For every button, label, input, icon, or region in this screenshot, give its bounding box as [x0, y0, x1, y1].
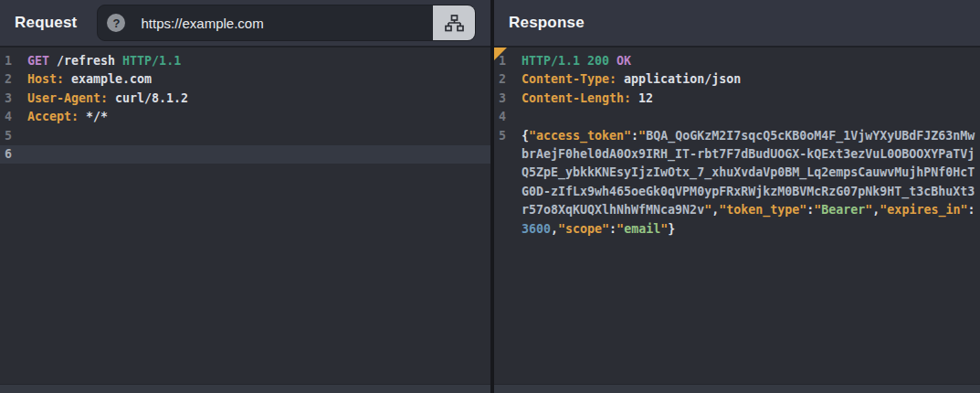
code-line-content: User-Agent: curl/8.1.2	[27, 90, 490, 108]
code-line-content: Host: example.com	[27, 70, 490, 89]
response-header: Response	[494, 0, 980, 48]
line-number: 6	[0, 145, 27, 164]
code-line: 5	[0, 127, 490, 145]
code-line: 3User-Agent: curl/8.1.2	[0, 90, 490, 108]
url-input[interactable]: https://example.com	[141, 16, 433, 31]
code-line: 1HTTP/1.1 200 OK	[494, 52, 980, 70]
line-number: 3	[0, 90, 27, 108]
code-line: 3Content-Length: 12	[494, 90, 980, 108]
code-line-content	[522, 108, 980, 126]
line-number: 4	[0, 108, 27, 126]
code-line: 2Host: example.com	[0, 70, 490, 89]
code-line-content: Content-Type: application/json	[522, 70, 980, 89]
response-editor[interactable]: 1HTTP/1.1 200 OK2Content-Type: applicati…	[494, 48, 980, 384]
line-number: 2	[494, 70, 522, 89]
code-line-content: Accept: */*	[27, 108, 490, 126]
response-panel-title: Response	[509, 14, 585, 32]
help-icon[interactable]: ?	[107, 14, 125, 32]
line-number: 4	[494, 108, 522, 126]
response-horizontal-scrollbar[interactable]	[494, 384, 980, 393]
line-number: 2	[0, 70, 27, 89]
request-panel-title: Request	[15, 14, 77, 32]
code-line: 6	[0, 145, 490, 164]
response-panel: Response 1HTTP/1.1 200 OK2Content-Type: …	[494, 0, 980, 393]
code-line: 2Content-Type: application/json	[494, 70, 980, 89]
request-panel: Request ? https://example.com 1GET /refr…	[0, 0, 490, 393]
code-line-content	[27, 127, 490, 145]
request-horizontal-scrollbar[interactable]	[0, 384, 490, 393]
url-bar[interactable]: ? https://example.com	[97, 5, 476, 41]
line-number: 5	[494, 127, 522, 239]
code-line-content: GET /refresh HTTP/1.1	[27, 52, 490, 70]
request-header: Request ? https://example.com	[0, 0, 490, 48]
line-number: 5	[0, 127, 27, 145]
code-line: 4Accept: */*	[0, 108, 490, 126]
http-client-window: Request ? https://example.com 1GET /refr…	[0, 0, 980, 393]
code-line-content: HTTP/1.1 200 OK	[522, 52, 980, 70]
code-line-content	[27, 145, 490, 164]
code-line: 1GET /refresh HTTP/1.1	[0, 52, 490, 70]
request-editor[interactable]: 1GET /refresh HTTP/1.12Host: example.com…	[0, 48, 490, 384]
line-number: 3	[494, 90, 522, 108]
code-line: 4	[494, 108, 980, 126]
line-number: 1	[0, 52, 27, 70]
code-line-content: {"access_token":"BQA_QoGKzM2I7sqcQ5cKB0o…	[522, 127, 980, 239]
code-line-content: Content-Length: 12	[522, 90, 980, 108]
code-line: 5{"access_token":"BQA_QoGKzM2I7sqcQ5cKB0…	[494, 127, 980, 239]
corner-fold-marker-icon	[494, 48, 507, 60]
sitemap-icon	[445, 15, 464, 32]
connect-button[interactable]	[433, 5, 475, 40]
